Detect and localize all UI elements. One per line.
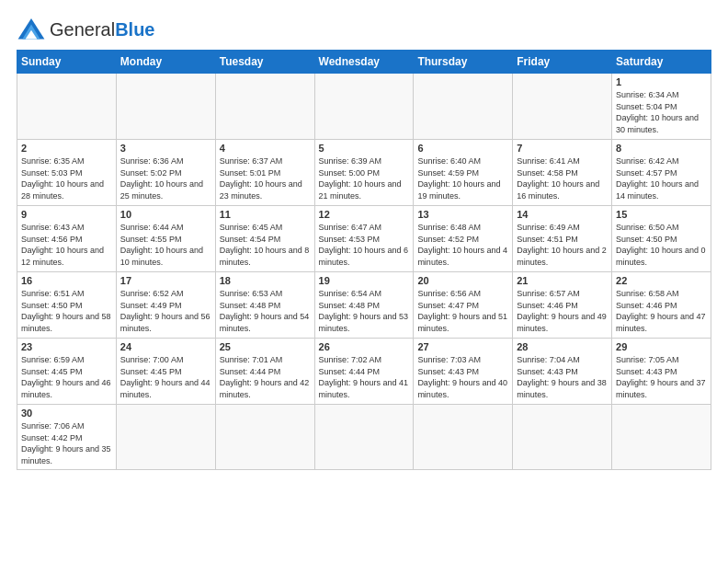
calendar-cell: 8Sunrise: 6:42 AM Sunset: 4:57 PM Daylig… (612, 140, 711, 206)
day-number: 24 (120, 341, 211, 352)
day-number: 10 (120, 209, 211, 220)
calendar-cell (215, 74, 314, 140)
calendar-cell (513, 405, 612, 470)
calendar-cell: 14Sunrise: 6:49 AM Sunset: 4:51 PM Dayli… (513, 206, 612, 272)
day-info: Sunrise: 6:35 AM Sunset: 5:03 PM Dayligh… (21, 155, 112, 201)
calendar-cell: 1Sunrise: 6:34 AM Sunset: 5:04 PM Daylig… (612, 74, 711, 140)
day-info: Sunrise: 6:40 AM Sunset: 4:59 PM Dayligh… (417, 155, 508, 201)
calendar-cell: 11Sunrise: 6:45 AM Sunset: 4:54 PM Dayli… (215, 206, 314, 272)
day-number: 29 (616, 341, 707, 352)
calendar-cell: 27Sunrise: 7:03 AM Sunset: 4:43 PM Dayli… (414, 339, 513, 405)
day-number: 23 (21, 341, 112, 352)
day-number: 3 (120, 143, 211, 154)
day-number: 6 (417, 143, 508, 154)
header-tuesday: Tuesday (215, 51, 314, 74)
page: GeneralBlue Sunday Monday Tuesday Wednes… (0, 0, 728, 479)
calendar-cell: 30Sunrise: 7:06 AM Sunset: 4:42 PM Dayli… (17, 405, 117, 470)
logo: GeneralBlue (17, 17, 155, 42)
calendar-cell: 24Sunrise: 7:00 AM Sunset: 4:45 PM Dayli… (116, 339, 215, 405)
day-number: 25 (220, 341, 311, 352)
day-info: Sunrise: 7:02 AM Sunset: 4:44 PM Dayligh… (319, 354, 410, 400)
calendar-cell: 4Sunrise: 6:37 AM Sunset: 5:01 PM Daylig… (215, 140, 314, 206)
calendar-cell: 2Sunrise: 6:35 AM Sunset: 5:03 PM Daylig… (17, 140, 117, 206)
day-info: Sunrise: 7:04 AM Sunset: 4:43 PM Dayligh… (517, 354, 608, 400)
calendar-cell: 20Sunrise: 6:56 AM Sunset: 4:47 PM Dayli… (414, 272, 513, 339)
day-number: 26 (319, 341, 410, 352)
day-number: 18 (220, 275, 311, 286)
calendar-cell: 18Sunrise: 6:53 AM Sunset: 4:48 PM Dayli… (215, 272, 314, 339)
day-info: Sunrise: 6:37 AM Sunset: 5:01 PM Dayligh… (220, 155, 311, 201)
calendar-cell: 7Sunrise: 6:41 AM Sunset: 4:58 PM Daylig… (513, 140, 612, 206)
day-info: Sunrise: 6:58 AM Sunset: 4:46 PM Dayligh… (616, 288, 707, 334)
calendar-cell: 26Sunrise: 7:02 AM Sunset: 4:44 PM Dayli… (314, 339, 414, 405)
day-info: Sunrise: 6:56 AM Sunset: 4:47 PM Dayligh… (417, 288, 508, 334)
calendar-cell (314, 405, 414, 470)
day-number: 8 (616, 143, 707, 154)
calendar-cell: 12Sunrise: 6:47 AM Sunset: 4:53 PM Dayli… (314, 206, 414, 272)
calendar-cell (116, 74, 215, 140)
day-number: 14 (517, 209, 608, 220)
day-info: Sunrise: 6:59 AM Sunset: 4:45 PM Dayligh… (21, 354, 112, 400)
day-info: Sunrise: 6:34 AM Sunset: 5:04 PM Dayligh… (616, 89, 707, 135)
calendar-cell (612, 405, 711, 470)
calendar-cell: 21Sunrise: 6:57 AM Sunset: 4:46 PM Dayli… (513, 272, 612, 339)
day-info: Sunrise: 6:39 AM Sunset: 5:00 PM Dayligh… (319, 155, 410, 201)
day-info: Sunrise: 6:43 AM Sunset: 4:56 PM Dayligh… (21, 222, 112, 268)
header-friday: Friday (513, 51, 612, 74)
calendar-cell: 23Sunrise: 6:59 AM Sunset: 4:45 PM Dayli… (17, 339, 117, 405)
calendar-cell: 16Sunrise: 6:51 AM Sunset: 4:50 PM Dayli… (17, 272, 117, 339)
day-info: Sunrise: 7:03 AM Sunset: 4:43 PM Dayligh… (417, 354, 508, 400)
day-number: 28 (517, 341, 608, 352)
calendar-cell (414, 405, 513, 470)
calendar-cell: 17Sunrise: 6:52 AM Sunset: 4:49 PM Dayli… (116, 272, 215, 339)
calendar-cell (116, 405, 215, 470)
calendar-cell: 10Sunrise: 6:44 AM Sunset: 4:55 PM Dayli… (116, 206, 215, 272)
day-number: 30 (21, 408, 112, 419)
calendar-header-row: Sunday Monday Tuesday Wednesday Thursday… (17, 51, 711, 74)
calendar-cell: 19Sunrise: 6:54 AM Sunset: 4:48 PM Dayli… (314, 272, 414, 339)
day-info: Sunrise: 6:41 AM Sunset: 4:58 PM Dayligh… (517, 155, 608, 201)
calendar-cell: 5Sunrise: 6:39 AM Sunset: 5:00 PM Daylig… (314, 140, 414, 206)
day-number: 5 (319, 143, 410, 154)
day-info: Sunrise: 6:42 AM Sunset: 4:57 PM Dayligh… (616, 155, 707, 201)
day-info: Sunrise: 6:51 AM Sunset: 4:50 PM Dayligh… (21, 288, 112, 334)
day-info: Sunrise: 6:44 AM Sunset: 4:55 PM Dayligh… (120, 222, 211, 268)
calendar-cell: 29Sunrise: 7:05 AM Sunset: 4:43 PM Dayli… (612, 339, 711, 405)
day-info: Sunrise: 6:57 AM Sunset: 4:46 PM Dayligh… (517, 288, 608, 334)
logo-icon (17, 17, 46, 42)
calendar-cell (513, 74, 612, 140)
day-number: 19 (319, 275, 410, 286)
day-info: Sunrise: 7:01 AM Sunset: 4:44 PM Dayligh… (220, 354, 311, 400)
day-number: 11 (220, 209, 311, 220)
header-wednesday: Wednesday (314, 51, 414, 74)
day-number: 20 (417, 275, 508, 286)
header-monday: Monday (116, 51, 215, 74)
day-info: Sunrise: 6:47 AM Sunset: 4:53 PM Dayligh… (319, 222, 410, 268)
day-number: 13 (417, 209, 508, 220)
day-number: 17 (120, 275, 211, 286)
header-saturday: Saturday (612, 51, 711, 74)
calendar-cell: 9Sunrise: 6:43 AM Sunset: 4:56 PM Daylig… (17, 206, 117, 272)
day-number: 27 (417, 341, 508, 352)
day-number: 16 (21, 275, 112, 286)
calendar-cell: 22Sunrise: 6:58 AM Sunset: 4:46 PM Dayli… (612, 272, 711, 339)
logo-text: GeneralBlue (50, 19, 155, 40)
day-number: 1 (616, 76, 707, 87)
day-info: Sunrise: 6:50 AM Sunset: 4:50 PM Dayligh… (616, 222, 707, 268)
calendar-cell: 28Sunrise: 7:04 AM Sunset: 4:43 PM Dayli… (513, 339, 612, 405)
day-number: 15 (616, 209, 707, 220)
day-info: Sunrise: 6:45 AM Sunset: 4:54 PM Dayligh… (220, 222, 311, 268)
calendar-cell (17, 74, 117, 140)
day-info: Sunrise: 6:54 AM Sunset: 4:48 PM Dayligh… (319, 288, 410, 334)
day-number: 22 (616, 275, 707, 286)
calendar-cell: 6Sunrise: 6:40 AM Sunset: 4:59 PM Daylig… (414, 140, 513, 206)
calendar: Sunday Monday Tuesday Wednesday Thursday… (17, 50, 711, 470)
day-number: 21 (517, 275, 608, 286)
header-thursday: Thursday (414, 51, 513, 74)
header-sunday: Sunday (17, 51, 117, 74)
day-number: 9 (21, 209, 112, 220)
header: GeneralBlue (17, 17, 711, 42)
calendar-cell: 13Sunrise: 6:48 AM Sunset: 4:52 PM Dayli… (414, 206, 513, 272)
calendar-cell: 25Sunrise: 7:01 AM Sunset: 4:44 PM Dayli… (215, 339, 314, 405)
calendar-cell: 15Sunrise: 6:50 AM Sunset: 4:50 PM Dayli… (612, 206, 711, 272)
